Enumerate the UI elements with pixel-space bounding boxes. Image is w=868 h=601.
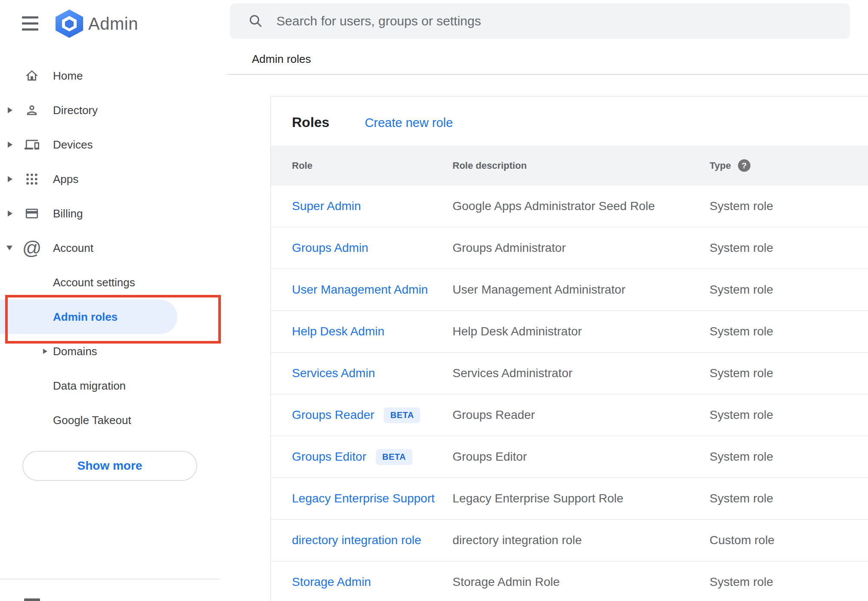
role-type: System role [710, 199, 868, 213]
role-link[interactable]: Groups Reader [292, 408, 374, 422]
role-link[interactable]: Super Admin [292, 199, 361, 213]
sidebar-bottom-divider [0, 579, 220, 579]
column-header-role: Role [271, 160, 453, 171]
devices-icon [25, 137, 39, 152]
role-description: directory integration role [453, 533, 710, 547]
table-header-row: Role Role description Type ? [271, 146, 868, 186]
role-link[interactable]: directory integration role [292, 533, 421, 547]
expand-arrow-icon[interactable] [8, 176, 12, 182]
sidebar-item-billing[interactable]: Billing [0, 196, 227, 231]
hamburger-menu-icon[interactable] [22, 16, 38, 31]
sidebar: Admin Home Directory Devices [0, 0, 227, 601]
role-link[interactable]: User Management Admin [292, 283, 428, 297]
table-row: directory integration role directory int… [271, 520, 868, 561]
sidebar-item-label: Account [53, 242, 93, 255]
sidebar-item-label: Home [53, 69, 83, 83]
sidebar-item-admin-roles[interactable]: Admin roles [0, 300, 177, 334]
role-link[interactable]: Storage Admin [292, 575, 371, 589]
column-header-description: Role description [453, 160, 710, 171]
role-link[interactable]: Help Desk Admin [292, 325, 384, 338]
page-title: Roles [292, 115, 329, 130]
role-description: Groups Reader [453, 408, 710, 422]
role-type: System role [710, 492, 868, 505]
sidebar-item-label: Account settings [53, 276, 135, 289]
role-type: System role [710, 575, 868, 589]
create-new-role-link[interactable]: Create new role [365, 116, 453, 130]
header-divider [227, 74, 868, 75]
role-type: Custom role [710, 533, 868, 547]
main-content: Admin roles Roles Create new role Role R… [227, 0, 868, 601]
sidebar-item-label: Domains [53, 345, 97, 358]
table-row: Groups Admin Groups Administrator System… [271, 227, 868, 269]
sidebar-item-label: Google Takeout [53, 414, 131, 427]
sidebar-nav: Home Directory Devices [0, 59, 227, 437]
role-type: System role [710, 241, 868, 255]
person-icon [25, 103, 39, 118]
role-description: User Management Administrator [453, 283, 710, 297]
sidebar-item-google-takeout[interactable]: Google Takeout [0, 403, 227, 437]
table-row: Legacy Enterprise Support Legacy Enterpr… [271, 478, 868, 520]
sidebar-item-account-settings[interactable]: Account settings [0, 265, 227, 300]
roles-table-body: Super Admin Google Apps Administrator Se… [271, 186, 868, 601]
billing-card-icon [25, 206, 39, 221]
home-icon [25, 68, 39, 83]
sidebar-item-devices[interactable]: Devices [0, 127, 227, 162]
expand-arrow-icon[interactable] [43, 349, 47, 354]
expand-arrow-icon[interactable] [8, 211, 12, 217]
role-description: Services Administrator [453, 366, 710, 380]
apps-grid-icon [25, 172, 39, 186]
admin-hexagon-icon [56, 9, 83, 38]
google-admin-logo: Admin [56, 9, 138, 38]
sidebar-item-label: Data migration [53, 379, 126, 393]
role-description: Groups Administrator [453, 241, 710, 255]
clipped-sidebar-icon [24, 598, 40, 601]
sidebar-item-label: Devices [53, 138, 93, 152]
expand-arrow-icon[interactable] [8, 107, 12, 113]
sidebar-item-label: Admin roles [53, 310, 118, 324]
role-type: System role [710, 366, 868, 380]
sidebar-item-domains[interactable]: Domains [0, 334, 227, 369]
beta-badge: BETA [376, 449, 412, 465]
sidebar-item-label: Directory [53, 104, 98, 117]
table-row: User Management Admin User Management Ad… [271, 269, 868, 311]
column-header-type: Type [710, 160, 731, 171]
sidebar-item-directory[interactable]: Directory [0, 93, 227, 127]
expand-arrow-icon[interactable] [8, 142, 12, 148]
collapse-arrow-icon[interactable] [6, 246, 12, 251]
role-description: Help Desk Administrator [453, 325, 710, 338]
search-input[interactable] [276, 14, 850, 28]
role-description: Groups Editor [453, 450, 710, 464]
sidebar-item-apps[interactable]: Apps [0, 162, 227, 196]
role-link[interactable]: Services Admin [292, 366, 375, 380]
logo-text: Admin [88, 14, 138, 34]
sidebar-item-label: Billing [53, 207, 83, 220]
card-header: Roles Create new role [271, 96, 868, 146]
beta-badge: BETA [384, 407, 420, 423]
help-icon[interactable]: ? [738, 159, 750, 172]
role-description: Google Apps Administrator Seed Role [453, 199, 710, 213]
sidebar-item-data-migration[interactable]: Data migration [0, 369, 227, 403]
roles-card: Roles Create new role Role Role descript… [270, 96, 868, 601]
sidebar-item-account[interactable]: @ Account [0, 231, 227, 265]
role-type: System role [710, 325, 868, 338]
role-link[interactable]: Legacy Enterprise Support [292, 492, 435, 505]
role-type: System role [710, 450, 868, 464]
at-icon: @ [25, 241, 39, 255]
show-more-button[interactable]: Show more [22, 451, 197, 481]
table-row: Groups Editor BETA Groups Editor System … [271, 436, 868, 478]
role-type: System role [710, 283, 868, 297]
role-description: Legacy Enterprise Support Role [453, 492, 710, 505]
sidebar-item-home[interactable]: Home [0, 59, 227, 93]
search-icon [248, 13, 264, 29]
table-row: Storage Admin Storage Admin Role System … [271, 561, 868, 601]
search-bar[interactable] [230, 3, 850, 39]
role-link[interactable]: Groups Admin [292, 241, 368, 255]
table-row: Super Admin Google Apps Administrator Se… [271, 186, 868, 227]
table-row: Help Desk Admin Help Desk Administrator … [271, 311, 868, 353]
sidebar-item-label: Apps [53, 173, 78, 186]
role-type: System role [710, 408, 868, 422]
table-row: Services Admin Services Administrator Sy… [271, 353, 868, 394]
role-description: Storage Admin Role [453, 575, 710, 589]
role-link[interactable]: Groups Editor [292, 450, 366, 464]
table-row: Groups Reader BETA Groups Reader System … [271, 394, 868, 436]
